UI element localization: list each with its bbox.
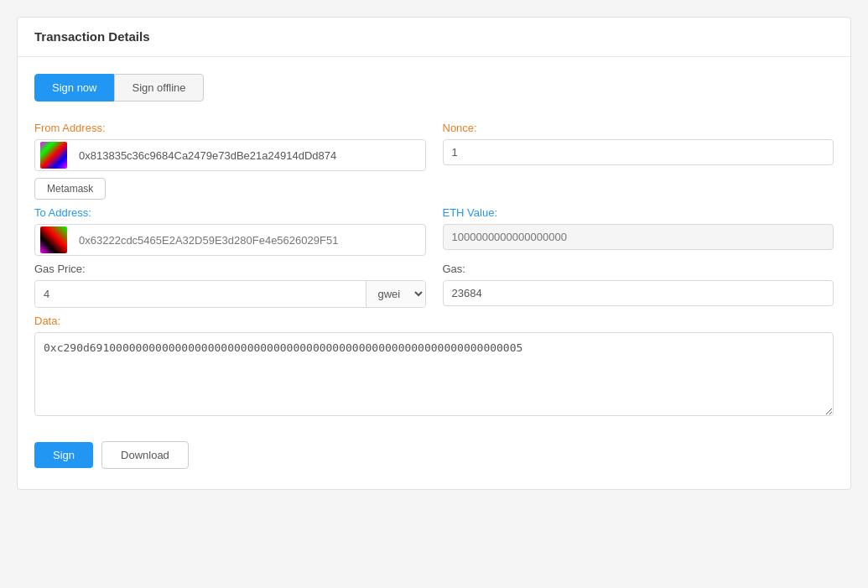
download-button[interactable]: Download (101, 441, 189, 469)
from-address-input-wrapper (34, 139, 426, 171)
data-label: Data: (34, 315, 834, 327)
gas-price-label: Gas Price: (34, 263, 426, 275)
page-title: Transaction Details (34, 29, 150, 44)
data-textarea[interactable]: 0xc290d691000000000000000000000000000000… (34, 332, 834, 416)
from-address-input[interactable] (72, 144, 425, 167)
tab-sign-now[interactable]: Sign now (34, 74, 114, 101)
gas-price-unit-select[interactable]: wei gwei ether (366, 281, 425, 307)
to-identicon-icon (40, 226, 67, 253)
transaction-details-card: Transaction Details Sign now Sign offlin… (17, 17, 851, 490)
to-eth-row: To Address: ETH Value: (34, 206, 834, 256)
gas-price-input-wrapper: wei gwei ether (34, 280, 426, 308)
gas-group: Gas: (443, 263, 834, 308)
from-address-label: From Address: (34, 122, 426, 134)
tab-sign-offline[interactable]: Sign offline (114, 74, 203, 101)
eth-value-group: ETH Value: (443, 206, 834, 256)
to-address-group: To Address: (34, 206, 426, 256)
sign-tabs: Sign now Sign offline (34, 74, 834, 101)
from-nonce-row: From Address: Metamask Nonce: (34, 122, 834, 200)
gas-price-input[interactable] (35, 282, 366, 306)
nonce-label: Nonce: (443, 122, 834, 134)
sign-button[interactable]: Sign (34, 442, 93, 468)
card-header: Transaction Details (18, 18, 850, 57)
to-address-input-wrapper (34, 224, 426, 256)
eth-value-input[interactable] (443, 224, 834, 250)
nonce-input[interactable] (443, 139, 834, 165)
data-group: Data: 0xc290d691000000000000000000000000… (34, 315, 834, 419)
gas-label: Gas: (443, 263, 834, 275)
eth-value-label: ETH Value: (443, 206, 834, 219)
metamask-button[interactable]: Metamask (34, 178, 106, 200)
from-identicon-icon (40, 142, 67, 169)
gas-row: Gas Price: wei gwei ether Gas: (34, 263, 834, 308)
card-body: Sign now Sign offline From Address: Meta… (18, 57, 850, 428)
gas-price-group: Gas Price: wei gwei ether (34, 263, 426, 308)
gas-input[interactable] (443, 280, 834, 306)
to-address-label: To Address: (34, 206, 426, 219)
footer-buttons: Sign Download (18, 428, 850, 472)
to-address-input[interactable] (72, 229, 425, 252)
from-address-group: From Address: Metamask (34, 122, 426, 200)
nonce-group: Nonce: (443, 122, 834, 200)
